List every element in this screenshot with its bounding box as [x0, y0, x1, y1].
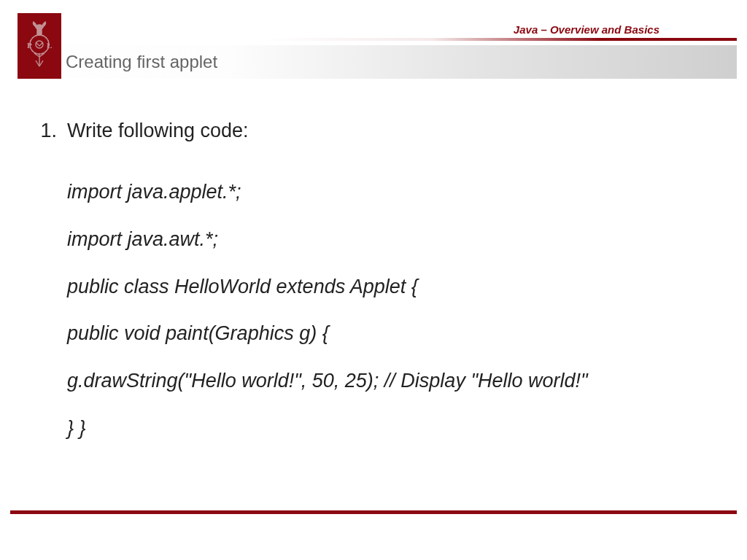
slide-content: 1. Write following code: import java.app… — [22, 120, 725, 452]
slide-header: Java – Overview and Basics Creating firs… — [0, 0, 747, 79]
svg-rect-1 — [37, 29, 42, 35]
code-line: public class HelloWorld extends Applet { — [67, 263, 725, 311]
list-prompt: Write following code: — [67, 120, 249, 142]
footer-rule — [10, 510, 737, 514]
slide-title: Creating first applet — [66, 52, 217, 72]
course-label: Java – Overview and Basics — [514, 23, 659, 36]
list-number: 1. — [22, 120, 67, 142]
svg-text:P: P — [27, 41, 32, 50]
list-item: 1. Write following code: — [22, 120, 725, 142]
code-line: import java.awt.*; — [67, 216, 725, 263]
code-block: import java.applet.*; import java.awt.*;… — [67, 168, 725, 452]
code-line: public void paint(Graphics g) { — [67, 310, 725, 357]
svg-point-4 — [36, 41, 43, 48]
title-bar: Creating first applet — [61, 45, 737, 79]
code-line: import java.applet.*; — [67, 168, 725, 216]
svg-point-0 — [36, 25, 43, 29]
header-top-rule — [61, 38, 737, 41]
logo-emblem-icon: P Ł — [21, 17, 58, 75]
code-line: } } — [67, 405, 725, 452]
university-logo: P Ł — [18, 13, 61, 79]
svg-text:Ł: Ł — [47, 41, 52, 50]
code-line: g.drawString("Hello world!", 50, 25); //… — [67, 357, 725, 405]
